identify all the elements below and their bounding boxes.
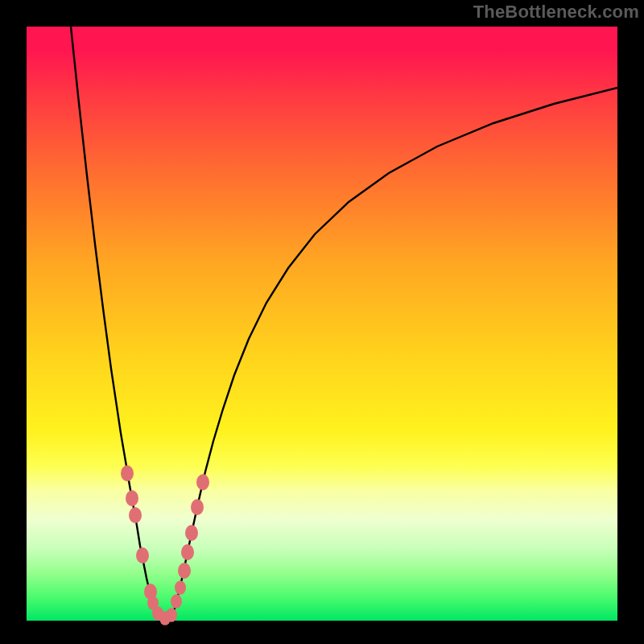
data-marker xyxy=(178,563,191,579)
chart-frame: TheBottleneck.com xyxy=(0,0,644,644)
data-marker xyxy=(185,525,198,541)
data-marker xyxy=(129,507,142,523)
data-marker xyxy=(196,474,209,490)
data-marker xyxy=(121,465,134,481)
data-marker xyxy=(181,544,194,560)
data-marker xyxy=(136,547,149,564)
chart-svg xyxy=(0,0,644,644)
curve-group xyxy=(71,27,617,620)
data-marker xyxy=(126,490,138,506)
bottleneck-curve xyxy=(71,27,617,620)
data-marker xyxy=(191,499,204,515)
data-markers xyxy=(121,465,209,625)
data-marker xyxy=(166,608,177,622)
data-marker xyxy=(171,594,182,609)
data-marker xyxy=(175,580,186,595)
